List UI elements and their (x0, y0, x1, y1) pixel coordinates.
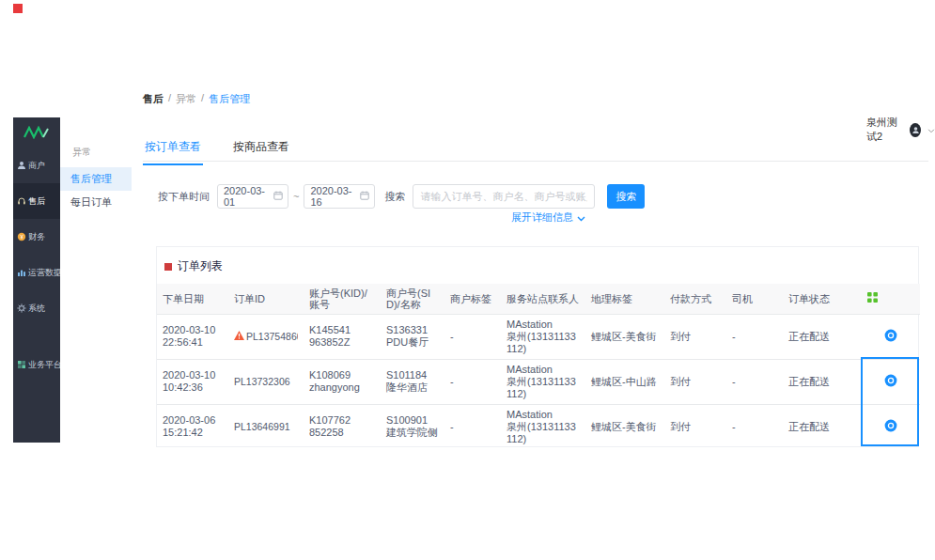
date-to-value: 2020-03-16 (310, 185, 360, 208)
sidebar-item-finance[interactable]: 财务 (13, 219, 60, 255)
breadcrumb-item[interactable]: 售后 (143, 92, 164, 106)
sidebar-item-operations-data[interactable]: 运营数据 (13, 255, 60, 290)
cell-order-id: PL13646991 (228, 404, 304, 449)
header-station-contact: 服务站点联系人 (501, 284, 585, 314)
cell-status: 正在配送 (783, 359, 862, 404)
track-order-icon[interactable] (884, 329, 897, 342)
cell-geo-tag: 鲤城区-中山路 (585, 359, 664, 404)
avatar[interactable] (910, 123, 921, 137)
breadcrumb-item[interactable]: 异常 (176, 92, 196, 106)
tabs-divider (143, 161, 928, 162)
secondary-sidebar: 异常 售后管理 每日订单 (60, 117, 132, 443)
cell-station-contact: MAstation 泉州(13131133112) (501, 314, 585, 359)
sidebar-item-label: 系统 (28, 303, 45, 315)
sidebar-item-system[interactable]: 系统 (13, 290, 60, 326)
user-menu[interactable]: 泉州测试2 (866, 116, 935, 144)
calendar-icon (360, 191, 369, 202)
header-driver: 司机 (726, 284, 783, 314)
date-range-separator: ~ (293, 191, 299, 202)
cell-payment: 到付 (664, 404, 726, 449)
account-name: zhangyong (309, 381, 375, 394)
red-marker (13, 4, 23, 13)
sidebar-item-merchant[interactable]: 商户 (13, 148, 60, 183)
cell-account: K108069 zhangyong (304, 359, 381, 404)
merchant-name: 建筑学院侧 (386, 427, 439, 439)
order-id-text: PL13754860 (246, 331, 298, 343)
submenu-item-after-sales-management[interactable]: 售后管理 (60, 167, 132, 191)
station-name: MAstation (506, 319, 580, 331)
sidebar-item-label: 商户 (28, 160, 45, 172)
cell-order-id: PL13754860 (228, 314, 304, 359)
date-from-input[interactable]: 2020-03-01 (217, 184, 288, 209)
sidebar-item-business-platform[interactable]: 业务平台 (13, 347, 60, 382)
header-payment: 付款方式 (664, 284, 726, 314)
cell-merchant: S136331 PDU餐厅 (381, 314, 444, 359)
station-name: MAstation (506, 409, 580, 421)
account-kid: K107762 (309, 414, 375, 427)
order-id-text: PL13732306 (234, 376, 290, 388)
header-order-id: 订单ID (228, 284, 304, 314)
cell-merchant: S101184 隆华酒店 (381, 359, 444, 404)
cell-driver: - (726, 359, 783, 404)
sidebar-item-label: 业务平台 (28, 359, 62, 371)
station-contact: 泉州(13131133112) (506, 331, 580, 355)
submenu-item-daily-orders[interactable]: 每日订单 (60, 191, 132, 214)
cell-geo-tag: 鲤城区-美食街 (585, 404, 664, 449)
sidebar-item-label: 售后 (28, 195, 45, 208)
cell-geo-tag: 鲤城区-美食街 (585, 314, 664, 359)
track-order-icon[interactable] (884, 419, 897, 432)
date-from-value: 2020-03-01 (224, 185, 273, 208)
submenu-group-label: 异常 (60, 117, 132, 167)
app-screen: 商户 售后 财务 运营数据 系统 (0, 0, 935, 560)
station-name: MAstation (506, 364, 580, 376)
breadcrumb-separator: / (168, 92, 171, 106)
date-to-input[interactable]: 2020-03-16 (304, 184, 375, 209)
order-list-card: 订单列表 下单日期 订单ID 账户号(KID)/账号 商户号(SID)/名称 商… (156, 246, 919, 447)
merchant-name: 隆华酒店 (386, 381, 439, 394)
header-merchant: 商户号(SID)/名称 (381, 284, 444, 314)
search-button[interactable]: 搜索 (607, 184, 645, 209)
calendar-icon (273, 191, 283, 202)
cell-actions (862, 404, 920, 449)
cell-merchant-tag: - (444, 359, 501, 404)
operations-chart-icon (17, 268, 26, 277)
sidebar-item-after-sales[interactable]: 售后 (13, 183, 60, 219)
station-contact: 泉州(13131133112) (506, 421, 580, 445)
cell-order-date: 2020-03-10 22:56:41 (157, 314, 228, 359)
account-name: 852258 (309, 427, 375, 439)
breadcrumb-item-current[interactable]: 售后管理 (209, 92, 250, 106)
cell-actions (862, 359, 920, 404)
track-order-icon[interactable] (884, 374, 897, 387)
chevron-down-icon (577, 212, 585, 224)
orders-table: 下单日期 订单ID 账户号(KID)/账号 商户号(SID)/名称 商户标签 服… (157, 284, 920, 449)
header-status: 订单状态 (783, 284, 862, 314)
table-row: 2020-03-10 10:42:36 PL13732306 K108069 z… (157, 359, 920, 404)
cell-merchant-tag: - (444, 314, 501, 359)
cell-order-id: PL13732306 (228, 359, 304, 404)
cell-order-date: 2020-03-10 10:42:36 (157, 359, 228, 404)
expand-details-link[interactable]: 展开详细信息 (511, 210, 585, 225)
station-contact: 泉州(13131133112) (506, 376, 580, 400)
cell-actions (862, 314, 920, 359)
filter-bar: 按下单时间 2020-03-01 ~ 2020-03-16 搜索 搜索 (158, 184, 645, 209)
search-input[interactable] (413, 184, 595, 209)
table-row: 2020-03-06 15:21:42 PL13646991 K107762 8… (157, 404, 920, 449)
chevron-down-icon (927, 124, 935, 135)
order-list-title-text: 订单列表 (178, 258, 223, 274)
table-row: 2020-03-10 22:56:41 PL13754860 K145541 9… (157, 314, 920, 359)
breadcrumb-separator: / (201, 92, 204, 106)
finance-coin-icon (17, 232, 26, 241)
account-kid: K145541 (309, 324, 375, 336)
sidebar-item-label: 财务 (28, 231, 45, 243)
header-geo-tag: 地理标签 (585, 284, 664, 314)
order-list-title: 订单列表 (157, 247, 918, 284)
cell-merchant-tag: - (444, 404, 501, 449)
column-config-icon[interactable] (867, 292, 878, 303)
search-label: 搜索 (384, 190, 405, 204)
cell-payment: 到付 (664, 314, 726, 359)
platform-grid-icon (17, 360, 26, 369)
order-id-text: PL13646991 (234, 421, 290, 433)
order-time-label: 按下单时间 (158, 190, 210, 204)
merchant-sid: S100901 (386, 414, 439, 427)
sidebar-item-label: 运营数据 (28, 267, 62, 279)
